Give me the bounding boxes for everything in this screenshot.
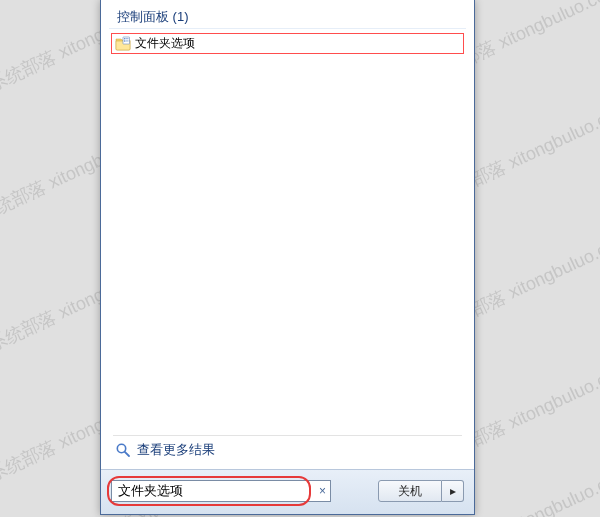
svg-point-3 xyxy=(124,40,126,42)
svg-rect-4 xyxy=(126,40,129,41)
shutdown-button-group: 关机 ▸ xyxy=(378,480,464,502)
see-more-results-label: 查看更多结果 xyxy=(137,441,215,459)
search-icon xyxy=(115,442,131,458)
result-item-label: 文件夹选项 xyxy=(135,35,195,52)
shutdown-label: 关机 xyxy=(398,483,422,500)
folder-options-icon xyxy=(115,36,131,52)
svg-rect-2 xyxy=(126,38,129,39)
start-menu-search-panel: 控制面板 (1) 文件夹选项 查看更多结果 xyxy=(100,0,475,515)
results-spacer xyxy=(103,56,472,431)
see-more-results-link[interactable]: 查看更多结果 xyxy=(103,436,472,467)
start-menu-bottom-bar: × 关机 ▸ xyxy=(101,469,474,514)
clear-search-button[interactable]: × xyxy=(319,485,326,497)
shutdown-button[interactable]: 关机 xyxy=(378,480,442,502)
search-results-area: 控制面板 (1) 文件夹选项 查看更多结果 xyxy=(101,0,474,469)
shutdown-options-arrow[interactable]: ▸ xyxy=(442,480,464,502)
results-category-header: 控制面板 (1) xyxy=(109,6,466,29)
chevron-right-icon: ▸ xyxy=(450,484,456,498)
result-item-folder-options[interactable]: 文件夹选项 xyxy=(111,33,464,54)
search-input[interactable] xyxy=(111,480,331,502)
svg-point-1 xyxy=(124,38,126,40)
svg-line-6 xyxy=(125,452,129,456)
search-box-wrap: × xyxy=(111,480,331,502)
